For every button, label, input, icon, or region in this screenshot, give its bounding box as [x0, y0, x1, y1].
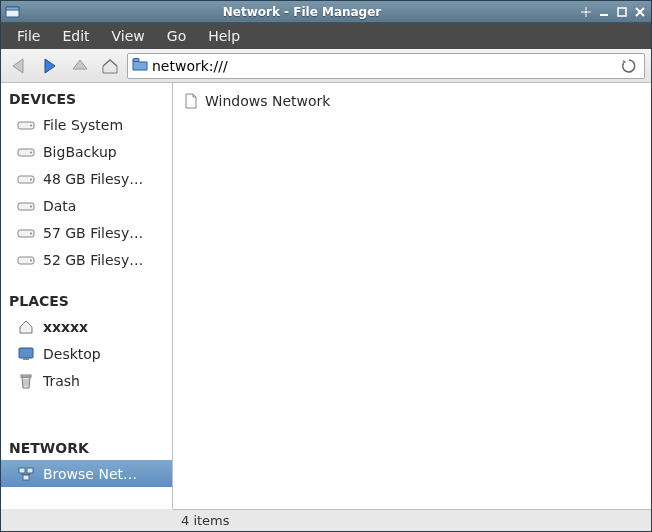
- devices-header: DEVICES: [1, 83, 172, 111]
- location-bar[interactable]: [127, 53, 645, 79]
- sidebar-item-home[interactable]: xxxxx: [1, 313, 172, 340]
- drive-icon: [17, 171, 35, 187]
- menu-edit[interactable]: Edit: [52, 25, 99, 47]
- toolbar: [1, 49, 651, 83]
- location-input[interactable]: [152, 58, 614, 74]
- sidebar-item-device[interactable]: 48 GB Filesy…: [1, 165, 172, 192]
- sidebar-item-browse-network[interactable]: Browse Net…: [1, 460, 172, 487]
- sidebar-item-label: 57 GB Filesy…: [43, 225, 164, 241]
- sidebar-item-device[interactable]: 57 GB Filesy…: [1, 219, 172, 246]
- up-button[interactable]: [67, 53, 93, 79]
- file-item-windows-network[interactable]: Windows Network: [183, 91, 641, 111]
- drive-icon: [17, 225, 35, 241]
- sidebar-item-device[interactable]: BigBackup: [1, 138, 172, 165]
- svg-rect-22: [27, 468, 33, 473]
- titlebar[interactable]: Network - File Manager: [1, 1, 651, 23]
- back-button[interactable]: [7, 53, 33, 79]
- drive-icon: [17, 117, 35, 133]
- sidebar-item-label: Desktop: [43, 346, 164, 362]
- trash-icon: [17, 373, 35, 389]
- file-icon: [183, 93, 199, 109]
- home-button[interactable]: [97, 53, 123, 79]
- svg-point-15: [30, 232, 32, 234]
- sidebar-item-label: Browse Net…: [43, 466, 164, 482]
- body: DEVICES File System BigBackup 48 GB File…: [1, 83, 651, 509]
- statusbar: 4 items: [173, 509, 651, 531]
- svg-point-7: [30, 124, 32, 126]
- sidebar-item-trash[interactable]: Trash: [1, 367, 172, 394]
- menu-go[interactable]: Go: [157, 25, 196, 47]
- svg-rect-23: [23, 475, 29, 480]
- svg-rect-5: [133, 59, 139, 62]
- app-icon: [5, 4, 21, 20]
- file-item-label: Windows Network: [205, 93, 330, 109]
- content-pane[interactable]: Windows Network: [173, 83, 651, 509]
- stick-button[interactable]: [579, 5, 593, 19]
- window: Network - File Manager File Edit View Go…: [0, 0, 652, 532]
- menu-view[interactable]: View: [102, 25, 155, 47]
- reload-button[interactable]: [618, 55, 640, 77]
- menubar: File Edit View Go Help: [1, 23, 651, 49]
- sidebar-item-label: BigBackup: [43, 144, 164, 160]
- sidebar-item-device[interactable]: 52 GB Filesy…: [1, 246, 172, 273]
- home-icon: [17, 319, 35, 335]
- svg-rect-19: [23, 358, 29, 360]
- menu-file[interactable]: File: [7, 25, 50, 47]
- places-header: PLACES: [1, 285, 172, 313]
- sidebar-item-device[interactable]: File System: [1, 111, 172, 138]
- sidebar-item-label: Trash: [43, 373, 164, 389]
- svg-rect-21: [19, 468, 25, 473]
- folder-icon: [132, 57, 148, 74]
- menu-help[interactable]: Help: [198, 25, 250, 47]
- desktop-icon: [17, 346, 35, 362]
- svg-point-9: [30, 151, 32, 153]
- sidebar-item-label: File System: [43, 117, 164, 133]
- drive-icon: [17, 252, 35, 268]
- sidebar-item-device[interactable]: Data: [1, 192, 172, 219]
- svg-point-11: [30, 178, 32, 180]
- svg-point-13: [30, 205, 32, 207]
- svg-rect-4: [618, 8, 626, 16]
- forward-button[interactable]: [37, 53, 63, 79]
- svg-rect-20: [21, 375, 31, 377]
- sidebar-item-desktop[interactable]: Desktop: [1, 340, 172, 367]
- svg-rect-1: [6, 7, 19, 10]
- sidebar-item-label: 52 GB Filesy…: [43, 252, 164, 268]
- drive-icon: [17, 198, 35, 214]
- svg-rect-3: [600, 14, 608, 16]
- network-header: NETWORK: [1, 432, 172, 460]
- maximize-button[interactable]: [615, 5, 629, 19]
- drive-icon: [17, 144, 35, 160]
- sidebar-item-label: xxxxx: [43, 319, 164, 335]
- status-text: 4 items: [181, 513, 230, 528]
- sidebar: DEVICES File System BigBackup 48 GB File…: [1, 83, 173, 509]
- window-title: Network - File Manager: [25, 5, 579, 19]
- network-icon: [17, 466, 35, 482]
- minimize-button[interactable]: [597, 5, 611, 19]
- sidebar-item-label: 48 GB Filesy…: [43, 171, 164, 187]
- svg-rect-18: [19, 348, 33, 358]
- svg-point-17: [30, 259, 32, 261]
- window-controls: [579, 5, 647, 19]
- sidebar-item-label: Data: [43, 198, 164, 214]
- svg-point-2: [584, 10, 587, 13]
- close-button[interactable]: [633, 5, 647, 19]
